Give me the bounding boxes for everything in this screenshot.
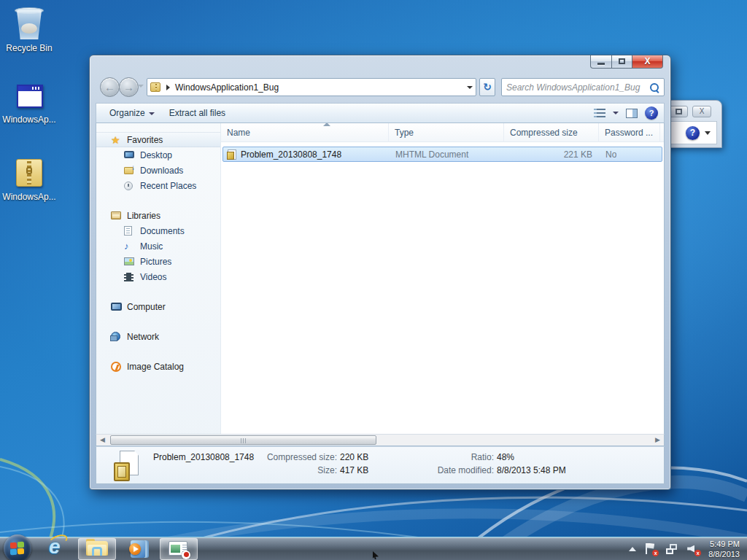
forward-button[interactable]: → <box>119 77 139 97</box>
music-icon: ♪ <box>124 241 136 252</box>
show-hidden-icons-button[interactable] <box>629 547 636 551</box>
column-header-password[interactable]: Password ... <box>599 123 660 142</box>
start-button[interactable] <box>4 534 31 560</box>
refresh-button[interactable]: ↻ <box>479 78 495 96</box>
organize-menu-button[interactable]: Organize <box>102 105 162 121</box>
psr-help-dropdown-icon[interactable] <box>705 131 711 135</box>
sidebar-item-documents[interactable]: Documents <box>96 223 220 238</box>
details-file-name: Problem_20130808_1748 <box>153 452 254 462</box>
libraries-icon <box>111 211 123 221</box>
scroll-right-icon[interactable]: ▶ <box>651 435 664 446</box>
taskbar-item-media-player[interactable] <box>119 538 157 560</box>
preview-pane-button[interactable] <box>626 109 638 118</box>
application-window-icon <box>14 82 44 112</box>
sidebar-item-computer[interactable]: Computer <box>96 299 220 314</box>
network-status-icon[interactable] <box>666 543 678 555</box>
sidebar-item-music[interactable]: ♪Music <box>96 238 220 254</box>
sidebar-item-videos[interactable]: Videos <box>96 269 220 284</box>
address-row: ← → WindowsApplication1_Bug ↻ Search Win… <box>96 77 665 98</box>
system-tray: x x 5:49 PM 8/8/2013 <box>629 539 747 559</box>
details-ratio-label: Ratio: <box>406 452 494 462</box>
details-compressed-size-value: 220 KB <box>340 452 368 462</box>
column-header-compressed-size[interactable]: Compressed size <box>504 123 599 142</box>
desktop-icon-label: WindowsAp... <box>0 192 64 202</box>
desktop-icon <box>124 150 136 160</box>
search-input[interactable]: Search WindowsApplication1_Bug <box>501 78 665 96</box>
desktop-icon-windowsapplication-shortcut[interactable]: WindowsAp... <box>0 82 64 125</box>
search-placeholder: Search WindowsApplication1_Bug <box>506 82 640 93</box>
explorer-window: X ← → WindowsApplication1_Bug ↻ Search W… <box>89 55 671 490</box>
psr-restore-button[interactable] <box>669 106 688 117</box>
back-button[interactable]: ← <box>100 77 120 97</box>
explorer-content: ★Favorites Desktop Downloads Recent Plac… <box>96 123 665 446</box>
explorer-folder-icon <box>86 541 108 557</box>
action-center-icon[interactable]: x <box>645 543 657 555</box>
file-name: Problem_20130808_1748 <box>241 149 390 160</box>
windows-logo-icon <box>10 542 25 555</box>
sidebar-item-pictures[interactable]: Pictures <box>96 254 220 269</box>
caption-buttons: X <box>590 55 663 69</box>
sidebar-item-recent-places[interactable]: Recent Places <box>96 178 220 193</box>
horizontal-scrollbar[interactable]: ◀ ▶ <box>96 434 665 446</box>
psr-help-button[interactable]: ? <box>686 126 700 140</box>
sidebar-item-desktop[interactable]: Desktop <box>96 147 220 163</box>
recent-places-icon <box>124 181 136 191</box>
volume-muted-icon[interactable]: x <box>687 543 700 555</box>
views-icon <box>594 109 605 118</box>
zip-folder-icon <box>150 82 160 92</box>
mht-file-large-icon <box>114 451 139 481</box>
address-bar[interactable]: WindowsApplication1_Bug <box>147 78 476 96</box>
scroll-left-icon[interactable]: ◀ <box>96 435 109 446</box>
desktop-icon-windowsapplication-zip[interactable]: WindowsAp... <box>0 156 64 202</box>
breadcrumb[interactable]: WindowsApplication1_Bug <box>175 82 279 93</box>
mht-file-icon <box>228 149 236 160</box>
column-header-type[interactable]: Type <box>389 123 504 142</box>
desktop-icon-recycle-bin[interactable]: Recycle Bin <box>0 4 64 53</box>
zip-folder-icon <box>13 156 45 190</box>
taskbar-item-internet-explorer[interactable]: e <box>37 538 75 560</box>
details-size-label: Size: <box>249 465 337 475</box>
details-size-value: 417 KB <box>340 465 368 475</box>
psr-close-button[interactable]: X <box>692 106 711 117</box>
downloads-icon <box>124 166 136 176</box>
file-compressed-size: 221 KB <box>505 149 592 160</box>
extract-all-files-button[interactable]: Extract all files <box>162 105 233 121</box>
help-button[interactable]: ? <box>645 106 658 120</box>
details-date-modified-value: 8/8/2013 5:48 PM <box>497 465 566 475</box>
file-password-protected: No <box>592 149 616 160</box>
maximize-button[interactable] <box>612 55 632 69</box>
search-icon[interactable] <box>649 82 659 93</box>
navigation-pane: ★Favorites Desktop Downloads Recent Plac… <box>96 123 220 446</box>
pictures-icon <box>124 257 136 267</box>
file-list: Name Type Compressed size Password ... S… <box>220 123 664 446</box>
taskbar-item-windows-explorer[interactable] <box>78 538 116 560</box>
recent-pages-dropdown-icon[interactable] <box>138 85 144 88</box>
details-ratio-value: 48% <box>497 452 514 462</box>
desktop-icon-label: WindowsAp... <box>0 114 64 125</box>
sidebar-item-favorites[interactable]: ★Favorites <box>96 132 220 147</box>
file-row-selected[interactable]: Problem_20130808_1748 MHTML Document 221… <box>222 147 662 162</box>
address-dropdown-icon[interactable] <box>467 86 473 89</box>
column-headers: Name Type Compressed size Password ... S… <box>221 123 664 142</box>
sidebar-item-image-catalog[interactable]: Image Catalog <box>96 359 220 374</box>
sidebar-item-network[interactable]: Network <box>96 329 220 344</box>
clock-date: 8/8/2013 <box>708 549 740 559</box>
change-view-button[interactable] <box>594 109 619 118</box>
file-type: MHTML Document <box>390 149 505 160</box>
sidebar-item-libraries[interactable]: Libraries <box>96 208 220 223</box>
minimize-button[interactable] <box>590 55 612 69</box>
documents-icon <box>124 226 136 236</box>
sidebar-item-downloads[interactable]: Downloads <box>96 163 220 178</box>
taskbar-item-steps-recorder[interactable] <box>160 538 198 560</box>
steps-recorder-icon <box>169 541 189 557</box>
command-bar: Organize Extract all files ? <box>96 103 665 123</box>
column-header-name[interactable]: Name <box>221 123 389 142</box>
details-pane: Problem_20130808_1748 Compressed size: 2… <box>96 446 665 484</box>
media-player-icon <box>128 540 147 559</box>
breadcrumb-arrow-icon[interactable] <box>166 85 170 90</box>
desktop-icon-label: Recycle Bin <box>0 43 64 53</box>
taskbar-clock[interactable]: 5:49 PM 8/8/2013 <box>708 539 740 559</box>
column-header-size[interactable]: Si <box>660 123 664 142</box>
close-button[interactable]: X <box>632 55 663 69</box>
scrollbar-thumb[interactable] <box>110 435 376 445</box>
